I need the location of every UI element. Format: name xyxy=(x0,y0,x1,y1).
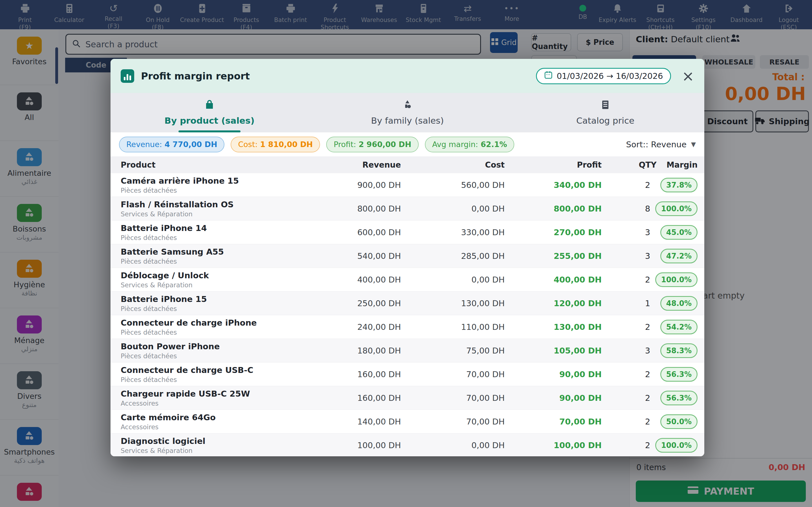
product-cell: Déblocage / Unlock Services & Réparation xyxy=(121,271,324,289)
product-cell: Chargeur rapide USB-C 25W Accessoires xyxy=(121,389,324,407)
cost-cell: 0,00 DH xyxy=(428,441,532,450)
profit-cell: 90,00 DH xyxy=(532,393,629,403)
revenue-cell: 240,00 DH xyxy=(324,322,428,332)
cost-cell: 0,00 DH xyxy=(428,275,532,284)
table-row[interactable]: Batterie iPhone 15 Pièces détachées 250,… xyxy=(110,291,704,315)
margin-cell: 48.0% xyxy=(666,296,698,311)
product-cell: Carte mémoire 64Go Accessoires xyxy=(121,413,324,431)
family-shapes-icon xyxy=(402,100,412,112)
margin-badge: 100.0% xyxy=(655,438,698,453)
active-tab-indicator xyxy=(179,130,241,132)
revenue-cell: 140,00 DH xyxy=(324,417,428,427)
avg-margin-chip: Avg margin:62.1% xyxy=(425,136,515,152)
revenue-chip: Revenue:4 770,00 DH xyxy=(119,136,224,152)
product-cell: Diagnostic logiciel Services & Réparatio… xyxy=(121,436,324,454)
margin-badge: 54.2% xyxy=(660,320,698,334)
tab-catalog-price[interactable]: Catalog price xyxy=(506,93,704,132)
table-row[interactable]: Bouton Power iPhone Pièces détachées 180… xyxy=(110,339,704,362)
summary-chips-row: Revenue:4 770,00 DH Cost:1 810,00 DH Pro… xyxy=(110,132,704,156)
report-table-header: Product Revenue Cost Profit QTY Margin xyxy=(110,156,704,173)
profit-cell: 400,00 DH xyxy=(532,275,629,284)
margin-cell: 54.2% xyxy=(666,320,698,334)
modal-header: Profit margin report 01/03/2026 → 16/03/… xyxy=(110,59,704,93)
margin-badge: 50.0% xyxy=(660,414,698,429)
cost-cell: 70,00 DH xyxy=(428,417,532,427)
close-icon[interactable]: × xyxy=(682,69,694,83)
table-row[interactable]: Connecteur de charge iPhone Pièces détac… xyxy=(110,315,704,339)
revenue-cell: 180,00 DH xyxy=(324,346,428,355)
cost-cell: 285,00 DH xyxy=(428,251,532,261)
profit-cell: 800,00 DH xyxy=(532,204,629,214)
cost-cell: 0,00 DH xyxy=(428,204,532,214)
table-row[interactable]: Chargeur rapide USB-C 25W Accessoires 16… xyxy=(110,386,704,410)
margin-badge: 48.0% xyxy=(660,296,698,311)
bar-chart-icon xyxy=(121,69,134,83)
date-range-picker[interactable]: 01/03/2026 → 16/03/2026 xyxy=(536,68,671,84)
margin-cell: 45.0% xyxy=(666,225,698,240)
margin-cell: 100.0% xyxy=(666,272,698,287)
revenue-cell: 100,00 DH xyxy=(324,441,428,450)
margin-cell: 50.0% xyxy=(666,414,698,429)
revenue-cell: 540,00 DH xyxy=(324,251,428,261)
product-cell: Bouton Power iPhone Pièces détachées xyxy=(121,342,324,360)
margin-cell: 56.3% xyxy=(666,367,698,382)
margin-badge: 37.8% xyxy=(660,178,698,192)
margin-cell: 37.8% xyxy=(666,178,698,192)
shopping-bag-icon xyxy=(204,100,214,112)
product-cell: Flash / Réinstallation OS Services & Rép… xyxy=(121,200,324,218)
cost-cell: 130,00 DH xyxy=(428,298,532,308)
cost-chip: Cost:1 810,00 DH xyxy=(231,136,320,152)
report-table-body: Caméra arrière iPhone 15 Pièces détachée… xyxy=(110,173,704,456)
calendar-icon xyxy=(544,71,553,81)
sort-dropdown[interactable]: Sort:: Revenue ▼ xyxy=(626,140,696,149)
product-cell: Connecteur de charge USB-C Pièces détach… xyxy=(121,365,324,383)
table-row[interactable]: Carte mémoire 64Go Accessoires 140,00 DH… xyxy=(110,410,704,434)
profit-cell: 100,00 DH xyxy=(532,441,629,450)
product-cell: Batterie iPhone 15 Pièces détachées xyxy=(121,294,324,313)
revenue-cell: 160,00 DH xyxy=(324,393,428,403)
profit-margin-report-modal: Profit margin report 01/03/2026 → 16/03/… xyxy=(110,59,704,456)
product-cell: Caméra arrière iPhone 15 Pièces détachée… xyxy=(121,176,324,194)
revenue-cell: 160,00 DH xyxy=(324,370,428,379)
table-row[interactable]: Flash / Réinstallation OS Services & Rép… xyxy=(110,197,704,221)
revenue-cell: 900,00 DH xyxy=(324,180,428,190)
profit-cell: 120,00 DH xyxy=(532,298,629,308)
cost-cell: 110,00 DH xyxy=(428,322,532,332)
tab-by-family-sales[interactable]: By family (sales) xyxy=(308,93,506,132)
product-cell: Batterie iPhone 14 Pièces détachées xyxy=(121,223,324,241)
margin-badge: 100.0% xyxy=(655,202,698,216)
tab-by-product-sales[interactable]: By product (sales) xyxy=(110,93,308,132)
profit-cell: 255,00 DH xyxy=(532,251,629,261)
margin-badge: 47.2% xyxy=(660,249,698,263)
table-row[interactable]: Diagnostic logiciel Services & Réparatio… xyxy=(110,434,704,456)
margin-badge: 100.0% xyxy=(655,272,698,287)
table-row[interactable]: Caméra arrière iPhone 15 Pièces détachée… xyxy=(110,173,704,197)
table-row[interactable]: Batterie Samsung A55 Pièces détachées 54… xyxy=(110,244,704,268)
profit-cell: 340,00 DH xyxy=(532,180,629,190)
catalog-list-icon xyxy=(600,100,610,112)
profit-cell: 270,00 DH xyxy=(532,228,629,237)
product-cell: Batterie Samsung A55 Pièces détachées xyxy=(121,247,324,265)
margin-cell: 100.0% xyxy=(666,438,698,453)
modal-title: Profit margin report xyxy=(141,70,250,82)
revenue-cell: 800,00 DH xyxy=(324,204,428,214)
margin-badge: 56.3% xyxy=(660,367,698,382)
profit-cell: 90,00 DH xyxy=(532,370,629,379)
margin-cell: 47.2% xyxy=(666,249,698,263)
profit-cell: 130,00 DH xyxy=(532,322,629,332)
report-tabs: By product (sales) By family (sales) Cat… xyxy=(110,93,704,132)
cost-cell: 75,00 DH xyxy=(428,346,532,355)
profit-cell: 105,00 DH xyxy=(532,346,629,355)
margin-badge: 58.3% xyxy=(660,343,698,358)
margin-cell: 100.0% xyxy=(666,202,698,216)
revenue-cell: 400,00 DH xyxy=(324,275,428,284)
cost-cell: 70,00 DH xyxy=(428,370,532,379)
table-row[interactable]: Déblocage / Unlock Services & Réparation… xyxy=(110,268,704,291)
table-row[interactable]: Connecteur de charge USB-C Pièces détach… xyxy=(110,362,704,386)
table-row[interactable]: Batterie iPhone 14 Pièces détachées 600,… xyxy=(110,221,704,244)
margin-cell: 58.3% xyxy=(666,343,698,358)
revenue-cell: 250,00 DH xyxy=(324,298,428,308)
cost-cell: 560,00 DH xyxy=(428,180,532,190)
cost-cell: 70,00 DH xyxy=(428,393,532,403)
revenue-cell: 600,00 DH xyxy=(324,228,428,237)
